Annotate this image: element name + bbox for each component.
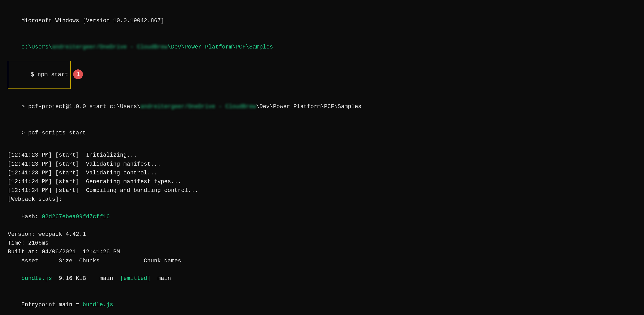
log-line-5: [12:41:24 PM] [start] Compiling and bund… [8, 186, 636, 195]
title-line: Microsoft Windows [Version 10.0.19042.86… [8, 8, 636, 34]
version-line: Version: webpack 4.42.1 [8, 230, 636, 239]
bundle-name: main [151, 275, 171, 282]
spacer2 [8, 146, 636, 151]
gt1: > pcf-project@1.0.0 start c:\Users\ [21, 103, 140, 110]
path-blurred2: andreitergeer/OneDrive - CloudBrew [140, 102, 256, 111]
webpack-stats-line: [Webpack stats]: [8, 195, 636, 204]
log-line-4: [12:41:24 PM] [start] Generating manifes… [8, 177, 636, 186]
entrypoint-text: Entrypoint main = [21, 302, 83, 308]
terminal: Microsoft Windows [Version 10.0.19042.86… [8, 5, 636, 315]
bundle-line: bundle.js 9.16 KiB main [emitted] main [8, 265, 636, 292]
entrypoint-bundle: bundle.js [82, 302, 113, 308]
hash-line: Hash: 02d267ebea99fd7cff16 [8, 204, 636, 230]
path-suffix: \Dev\Power Platform\PCF\Samples [168, 44, 273, 50]
time-line: Time: 2166ms [8, 239, 636, 248]
spacer1 [8, 89, 636, 94]
bundle-size: 9.16 KiB main [52, 275, 120, 282]
badge-1: 1 [73, 69, 83, 79]
log-line-2: [12:41:23 PM] [start] Validating manifes… [8, 160, 636, 169]
table-header: Asset Size Chunks Chunk Names [8, 257, 636, 265]
dollar-sign: $ [31, 71, 37, 78]
bundle-emitted: [emitted] [120, 275, 151, 282]
path-line: c:\Users\andreitergeer/OneDrive - CloudB… [8, 34, 636, 60]
path-blurred: andreitergeer/OneDrive - CloudBrew [52, 43, 168, 52]
bundle-filename: bundle.js [21, 275, 52, 282]
built-at-line: Built at: 04/06/2021 12:41:26 PM [8, 248, 636, 256]
title-text: Microsoft Windows [Version 10.0.19042.86… [21, 18, 164, 24]
log-line-1: [12:41:23 PM] [start] Initializing... [8, 151, 636, 160]
npm-start-line: $ npm start 1 [8, 61, 636, 89]
entrypoint-line: Entrypoint main = bundle.js [8, 292, 636, 315]
path-prefix: c:\Users\ [21, 44, 52, 50]
pcf-path: \Dev\Power Platform\PCF\Samples [256, 103, 361, 110]
log-line-3: [12:41:23 PM] [start] Validating control… [8, 169, 636, 177]
hash-label: Hash: [21, 214, 42, 220]
pcf-scripts-text: > pcf-scripts start [21, 130, 86, 136]
pcf-project-line: > pcf-project@1.0.0 start c:\Users\andre… [8, 94, 636, 120]
hash-value: 02d267ebea99fd7cff16 [42, 214, 110, 220]
npm-start-text: npm start [38, 71, 68, 78]
npm-start-command: $ npm start [8, 61, 71, 89]
pcf-scripts-line: > pcf-scripts start [8, 120, 636, 146]
